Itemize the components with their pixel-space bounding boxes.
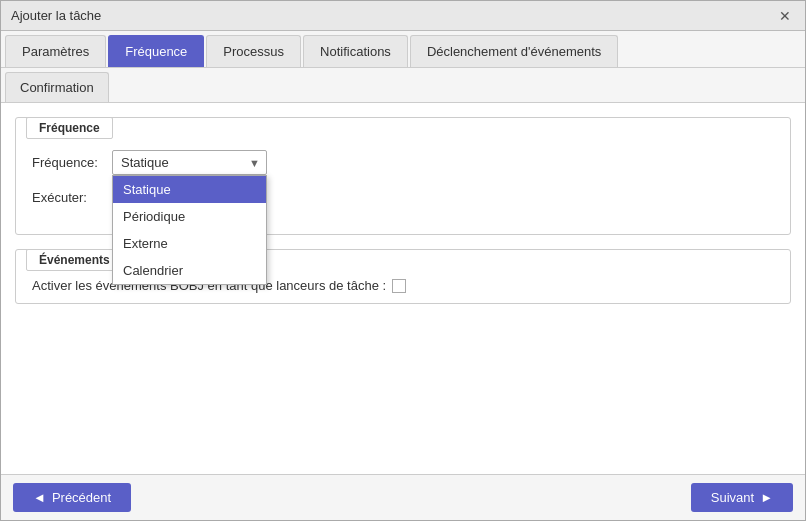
- dialog-close-button[interactable]: ✕: [775, 9, 795, 23]
- dialog-titlebar: Ajouter la tâche ✕: [1, 1, 805, 31]
- secondary-tabs: Confirmation: [1, 68, 805, 103]
- frequency-dropdown: Statique Périodique Externe Calendrier: [112, 175, 267, 285]
- prev-label: Précédent: [52, 490, 111, 505]
- tab-declenchement[interactable]: Déclenchement d'événements: [410, 35, 618, 67]
- dropdown-item-statique[interactable]: Statique: [113, 176, 266, 203]
- execute-label: Exécuter:: [32, 190, 112, 205]
- next-button[interactable]: Suivant ►: [691, 483, 793, 512]
- dropdown-item-calendrier[interactable]: Calendrier: [113, 257, 266, 284]
- tab-notifications[interactable]: Notifications: [303, 35, 408, 67]
- tab-processus[interactable]: Processus: [206, 35, 301, 67]
- dropdown-item-externe[interactable]: Externe: [113, 230, 266, 257]
- dropdown-item-periodique[interactable]: Périodique: [113, 203, 266, 230]
- tab-parametres[interactable]: Paramètres: [5, 35, 106, 67]
- tab-frequence[interactable]: Fréquence: [108, 35, 204, 67]
- next-label: Suivant: [711, 490, 754, 505]
- dialog-body: Fréquence Fréquence: Statique ▼ Statique…: [1, 103, 805, 474]
- frequency-row: Fréquence: Statique ▼ Statique Périodiqu…: [32, 150, 774, 175]
- frequence-section: Fréquence Fréquence: Statique ▼ Statique…: [15, 117, 791, 235]
- prev-icon: ◄: [33, 490, 46, 505]
- prev-button[interactable]: ◄ Précédent: [13, 483, 131, 512]
- primary-tabs: Paramètres Fréquence Processus Notificat…: [1, 31, 805, 68]
- dialog-footer: ◄ Précédent Suivant ►: [1, 474, 805, 520]
- frequency-label: Fréquence:: [32, 155, 112, 170]
- frequency-select[interactable]: Statique ▼: [112, 150, 267, 175]
- frequence-section-label: Fréquence: [26, 117, 113, 139]
- dialog-title: Ajouter la tâche: [11, 8, 101, 23]
- events-checkbox[interactable]: [392, 279, 406, 293]
- frequence-section-content: Fréquence: Statique ▼ Statique Périodiqu…: [16, 136, 790, 234]
- next-icon: ►: [760, 490, 773, 505]
- dialog: Ajouter la tâche ✕ Paramètres Fréquence …: [0, 0, 806, 521]
- frequency-selected-value: Statique: [121, 155, 169, 170]
- frequency-select-wrapper: Statique ▼ Statique Périodique Externe C…: [112, 150, 267, 175]
- tab-confirmation[interactable]: Confirmation: [5, 72, 109, 102]
- events-section-label: Événements: [26, 249, 123, 271]
- chevron-down-icon: ▼: [249, 157, 260, 169]
